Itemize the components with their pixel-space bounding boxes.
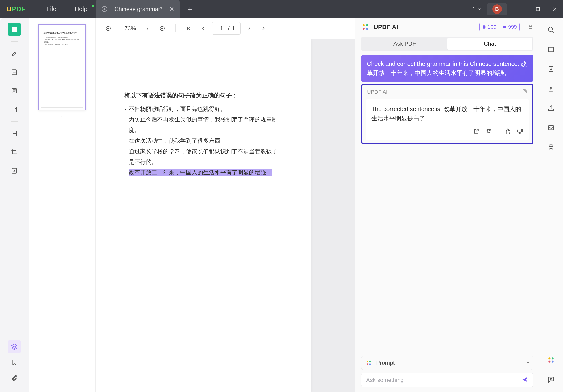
doc-line: 通过家长学校的学习，使家长们都认识到了不适当管教孩子是不行的。 — [124, 146, 282, 167]
form-tool-button[interactable] — [8, 103, 21, 116]
lock-button[interactable] — [528, 24, 533, 30]
reader-mode-button[interactable] — [8, 23, 21, 36]
doc-line-highlighted: 改革开放二十年来，中国人的生活水平有了明显的增强。 — [124, 167, 282, 178]
prompt-label: Prompt — [376, 359, 395, 366]
zoom-level: 73% — [117, 25, 143, 32]
highlight-tool-button[interactable] — [8, 47, 21, 60]
svg-point-19 — [367, 361, 368, 362]
prompt-selector[interactable]: Prompt ▾ — [361, 356, 533, 370]
ai-floating-button[interactable] — [545, 354, 557, 366]
svg-rect-30 — [550, 145, 552, 147]
chevron-down-icon[interactable]: ▾ — [527, 361, 529, 365]
attachment-button[interactable] — [8, 371, 21, 385]
prompt-icon — [366, 360, 372, 366]
svg-rect-26 — [549, 86, 553, 91]
svg-point-20 — [369, 361, 371, 362]
svg-rect-5 — [12, 107, 17, 112]
svg-rect-27 — [550, 89, 552, 90]
next-page-button[interactable] — [244, 23, 255, 34]
svg-point-33 — [552, 357, 554, 359]
svg-rect-18 — [523, 89, 526, 92]
divider — [11, 41, 18, 42]
svg-rect-28 — [549, 126, 554, 130]
thumbnail-page-number: 1 — [38, 114, 86, 121]
close-window-button[interactable] — [546, 0, 563, 18]
regenerate-icon[interactable] — [486, 128, 492, 137]
document-canvas[interactable]: 将以下有语法错误的句子改为正确的句子： 不但杨丽歌唱得好，而且舞也跳得好。 为防… — [96, 39, 355, 392]
ai-tabs: Ask PDF Chat — [361, 37, 533, 51]
bookmark-button[interactable] — [8, 356, 21, 369]
organize-pages-button[interactable] — [8, 84, 21, 98]
page-number-input[interactable]: / 1 — [212, 22, 241, 35]
svg-point-14 — [366, 28, 368, 30]
thumbnail-panel: 将以下有语法错误的句子改为正确的句子： - 不但杨丽歌唱得好，而且舞也跳得好。 … — [29, 18, 96, 392]
svg-rect-24 — [549, 48, 554, 51]
layers-button[interactable] — [8, 340, 21, 353]
window-count-dropdown[interactable]: 1 — [473, 6, 482, 13]
share-button[interactable] — [545, 102, 557, 114]
svg-point-35 — [552, 361, 554, 363]
email-button[interactable] — [545, 122, 557, 134]
compress-tool-button[interactable] — [8, 164, 21, 177]
app-logo: UPDF — [0, 5, 32, 13]
ocr-button[interactable] — [545, 44, 557, 55]
thumbs-up-icon[interactable] — [504, 128, 511, 137]
edit-tool-button[interactable] — [8, 65, 21, 79]
document-tab[interactable]: Chinese grammar* ✕ — [96, 0, 180, 18]
ai-reply-box: UPDF AI The corrected sentence is: 改革开放二… — [361, 84, 533, 144]
divider — [35, 5, 35, 13]
first-page-button[interactable] — [183, 23, 194, 34]
tab-doc-icon — [101, 6, 108, 13]
update-indicator-dot — [92, 5, 94, 7]
redact-tool-button[interactable] — [8, 127, 21, 140]
page-total: 1 — [232, 25, 235, 32]
page-separator: / — [228, 25, 230, 32]
copy-icon[interactable] — [522, 89, 527, 95]
minimize-button[interactable] — [513, 0, 530, 18]
open-external-icon[interactable] — [473, 128, 479, 137]
menu-file[interactable]: File — [37, 5, 65, 13]
menu-help[interactable]: Help — [65, 5, 96, 13]
ask-input[interactable]: Ask something — [366, 377, 517, 383]
page-thumbnail[interactable]: 将以下有语法错误的句子改为正确的句子： - 不但杨丽歌唱得好，而且舞也跳得好。 … — [38, 24, 86, 110]
ask-input-bar[interactable]: Ask something — [361, 373, 533, 387]
zoom-dropdown[interactable]: ▾ — [147, 26, 154, 30]
svg-point-12 — [366, 24, 368, 26]
thumbs-down-icon[interactable] — [517, 128, 523, 137]
document-page: 将以下有语法错误的句子改为正确的句子： 不但杨丽歌唱得好，而且舞也跳得好。 为防… — [96, 39, 311, 392]
convert-button[interactable] — [545, 63, 557, 75]
tab-chat[interactable]: Chat — [447, 38, 533, 50]
svg-rect-16 — [529, 26, 532, 29]
title-bar: UPDF File Help Chinese grammar* ✕ ＋ 1 B — [0, 0, 563, 18]
user-message: Check and correct the grammar in this Ch… — [361, 55, 533, 82]
crop-tool-button[interactable] — [8, 145, 21, 159]
tab-close-button[interactable]: ✕ — [169, 5, 174, 13]
comment-button[interactable] — [545, 374, 557, 385]
ai-panel-title: UPDF AI — [373, 23, 398, 31]
protect-button[interactable] — [545, 83, 557, 94]
send-button[interactable] — [522, 376, 528, 384]
page-current-field[interactable] — [218, 25, 226, 32]
divider — [11, 121, 18, 122]
prev-page-button[interactable] — [198, 23, 209, 34]
doc-line: 在这次活动中，使我学到了很多东西。 — [124, 135, 282, 146]
svg-rect-2 — [12, 27, 17, 32]
print-button[interactable] — [545, 142, 557, 153]
zoom-in-button[interactable] — [157, 23, 168, 34]
doc-line: 为防止今后不再发生类似的事情，我校制定了严谨的规章制度。 — [124, 114, 282, 135]
svg-point-11 — [362, 24, 365, 26]
user-avatar[interactable]: B — [487, 3, 507, 15]
ai-credits-badge[interactable]: 100 999 — [479, 23, 520, 31]
updf-ai-logo-icon — [361, 23, 370, 31]
divider — [175, 24, 176, 33]
svg-point-21 — [367, 363, 368, 365]
ai-reply-text: The corrected sentence is: 改革开放二十年来，中国人的… — [371, 104, 523, 123]
new-tab-button[interactable]: ＋ — [186, 4, 194, 14]
chevron-down-icon — [477, 7, 482, 11]
tab-ask-pdf[interactable]: Ask PDF — [362, 38, 447, 50]
app-body: 将以下有语法错误的句子改为正确的句子： - 不但杨丽歌唱得好，而且舞也跳得好。 … — [0, 18, 563, 392]
maximize-button[interactable] — [530, 0, 546, 18]
search-button[interactable] — [545, 24, 557, 36]
zoom-out-button[interactable] — [103, 23, 114, 34]
last-page-button[interactable] — [258, 23, 269, 34]
